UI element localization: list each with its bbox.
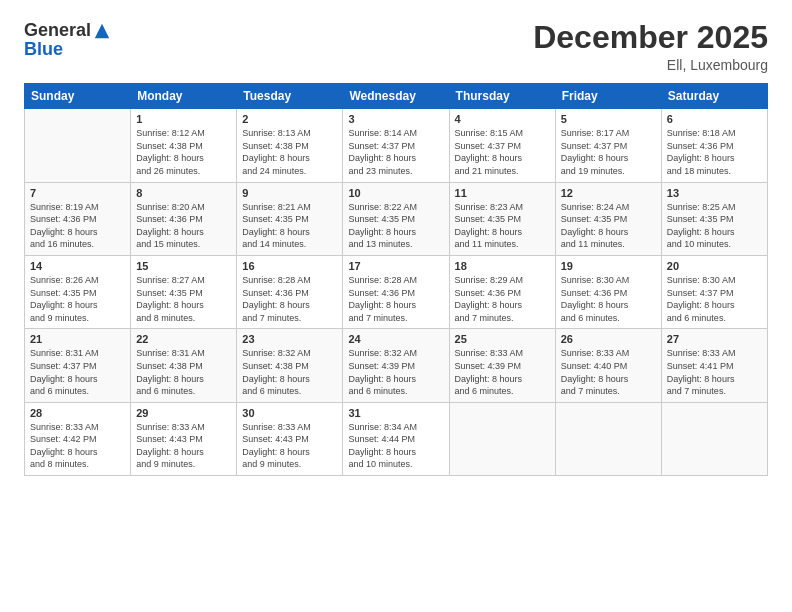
weekday-header: Monday	[131, 84, 237, 109]
calendar-cell: 25Sunrise: 8:33 AM Sunset: 4:39 PM Dayli…	[449, 329, 555, 402]
day-number: 24	[348, 333, 443, 345]
day-info: Sunrise: 8:33 AM Sunset: 4:43 PM Dayligh…	[136, 421, 231, 471]
day-number: 19	[561, 260, 656, 272]
calendar-cell: 30Sunrise: 8:33 AM Sunset: 4:43 PM Dayli…	[237, 402, 343, 475]
day-info: Sunrise: 8:33 AM Sunset: 4:40 PM Dayligh…	[561, 347, 656, 397]
day-info: Sunrise: 8:31 AM Sunset: 4:38 PM Dayligh…	[136, 347, 231, 397]
day-number: 6	[667, 113, 762, 125]
day-info: Sunrise: 8:29 AM Sunset: 4:36 PM Dayligh…	[455, 274, 550, 324]
day-info: Sunrise: 8:14 AM Sunset: 4:37 PM Dayligh…	[348, 127, 443, 177]
calendar-cell: 4Sunrise: 8:15 AM Sunset: 4:37 PM Daylig…	[449, 109, 555, 182]
location: Ell, Luxembourg	[533, 57, 768, 73]
calendar-cell	[661, 402, 767, 475]
logo: General Blue	[24, 20, 111, 60]
day-number: 21	[30, 333, 125, 345]
day-number: 23	[242, 333, 337, 345]
day-number: 10	[348, 187, 443, 199]
month-title: December 2025	[533, 20, 768, 55]
calendar-week-row: 21Sunrise: 8:31 AM Sunset: 4:37 PM Dayli…	[25, 329, 768, 402]
day-number: 17	[348, 260, 443, 272]
day-info: Sunrise: 8:15 AM Sunset: 4:37 PM Dayligh…	[455, 127, 550, 177]
day-info: Sunrise: 8:23 AM Sunset: 4:35 PM Dayligh…	[455, 201, 550, 251]
calendar-cell: 10Sunrise: 8:22 AM Sunset: 4:35 PM Dayli…	[343, 182, 449, 255]
day-number: 13	[667, 187, 762, 199]
weekday-header: Friday	[555, 84, 661, 109]
calendar-cell: 2Sunrise: 8:13 AM Sunset: 4:38 PM Daylig…	[237, 109, 343, 182]
day-info: Sunrise: 8:33 AM Sunset: 4:43 PM Dayligh…	[242, 421, 337, 471]
calendar-cell: 31Sunrise: 8:34 AM Sunset: 4:44 PM Dayli…	[343, 402, 449, 475]
calendar-cell: 7Sunrise: 8:19 AM Sunset: 4:36 PM Daylig…	[25, 182, 131, 255]
day-info: Sunrise: 8:33 AM Sunset: 4:39 PM Dayligh…	[455, 347, 550, 397]
day-info: Sunrise: 8:32 AM Sunset: 4:39 PM Dayligh…	[348, 347, 443, 397]
day-number: 20	[667, 260, 762, 272]
day-info: Sunrise: 8:28 AM Sunset: 4:36 PM Dayligh…	[242, 274, 337, 324]
calendar: SundayMondayTuesdayWednesdayThursdayFrid…	[24, 83, 768, 476]
calendar-cell: 17Sunrise: 8:28 AM Sunset: 4:36 PM Dayli…	[343, 255, 449, 328]
day-info: Sunrise: 8:19 AM Sunset: 4:36 PM Dayligh…	[30, 201, 125, 251]
calendar-cell: 13Sunrise: 8:25 AM Sunset: 4:35 PM Dayli…	[661, 182, 767, 255]
day-number: 5	[561, 113, 656, 125]
calendar-cell: 21Sunrise: 8:31 AM Sunset: 4:37 PM Dayli…	[25, 329, 131, 402]
calendar-cell: 5Sunrise: 8:17 AM Sunset: 4:37 PM Daylig…	[555, 109, 661, 182]
day-info: Sunrise: 8:25 AM Sunset: 4:35 PM Dayligh…	[667, 201, 762, 251]
day-info: Sunrise: 8:21 AM Sunset: 4:35 PM Dayligh…	[242, 201, 337, 251]
calendar-cell: 12Sunrise: 8:24 AM Sunset: 4:35 PM Dayli…	[555, 182, 661, 255]
day-number: 25	[455, 333, 550, 345]
day-number: 15	[136, 260, 231, 272]
day-number: 26	[561, 333, 656, 345]
calendar-cell: 23Sunrise: 8:32 AM Sunset: 4:38 PM Dayli…	[237, 329, 343, 402]
calendar-cell: 14Sunrise: 8:26 AM Sunset: 4:35 PM Dayli…	[25, 255, 131, 328]
day-info: Sunrise: 8:22 AM Sunset: 4:35 PM Dayligh…	[348, 201, 443, 251]
calendar-cell: 8Sunrise: 8:20 AM Sunset: 4:36 PM Daylig…	[131, 182, 237, 255]
calendar-week-row: 1Sunrise: 8:12 AM Sunset: 4:38 PM Daylig…	[25, 109, 768, 182]
day-number: 22	[136, 333, 231, 345]
calendar-cell: 20Sunrise: 8:30 AM Sunset: 4:37 PM Dayli…	[661, 255, 767, 328]
calendar-week-row: 28Sunrise: 8:33 AM Sunset: 4:42 PM Dayli…	[25, 402, 768, 475]
calendar-cell: 11Sunrise: 8:23 AM Sunset: 4:35 PM Dayli…	[449, 182, 555, 255]
logo-blue: Blue	[24, 39, 63, 60]
calendar-cell: 22Sunrise: 8:31 AM Sunset: 4:38 PM Dayli…	[131, 329, 237, 402]
day-info: Sunrise: 8:24 AM Sunset: 4:35 PM Dayligh…	[561, 201, 656, 251]
page: General Blue December 2025 Ell, Luxembou…	[0, 0, 792, 612]
calendar-cell: 15Sunrise: 8:27 AM Sunset: 4:35 PM Dayli…	[131, 255, 237, 328]
day-number: 18	[455, 260, 550, 272]
day-info: Sunrise: 8:32 AM Sunset: 4:38 PM Dayligh…	[242, 347, 337, 397]
day-number: 4	[455, 113, 550, 125]
calendar-cell: 6Sunrise: 8:18 AM Sunset: 4:36 PM Daylig…	[661, 109, 767, 182]
calendar-cell: 24Sunrise: 8:32 AM Sunset: 4:39 PM Dayli…	[343, 329, 449, 402]
day-number: 28	[30, 407, 125, 419]
day-info: Sunrise: 8:31 AM Sunset: 4:37 PM Dayligh…	[30, 347, 125, 397]
logo-general: General	[24, 20, 91, 41]
day-info: Sunrise: 8:33 AM Sunset: 4:42 PM Dayligh…	[30, 421, 125, 471]
day-number: 29	[136, 407, 231, 419]
day-info: Sunrise: 8:28 AM Sunset: 4:36 PM Dayligh…	[348, 274, 443, 324]
day-number: 8	[136, 187, 231, 199]
day-number: 12	[561, 187, 656, 199]
calendar-cell	[555, 402, 661, 475]
day-number: 2	[242, 113, 337, 125]
day-number: 9	[242, 187, 337, 199]
calendar-week-row: 7Sunrise: 8:19 AM Sunset: 4:36 PM Daylig…	[25, 182, 768, 255]
logo-text: General	[24, 20, 111, 41]
day-number: 3	[348, 113, 443, 125]
day-info: Sunrise: 8:34 AM Sunset: 4:44 PM Dayligh…	[348, 421, 443, 471]
calendar-cell: 1Sunrise: 8:12 AM Sunset: 4:38 PM Daylig…	[131, 109, 237, 182]
day-info: Sunrise: 8:27 AM Sunset: 4:35 PM Dayligh…	[136, 274, 231, 324]
calendar-header-row: SundayMondayTuesdayWednesdayThursdayFrid…	[25, 84, 768, 109]
day-info: Sunrise: 8:30 AM Sunset: 4:36 PM Dayligh…	[561, 274, 656, 324]
day-number: 31	[348, 407, 443, 419]
day-number: 27	[667, 333, 762, 345]
day-info: Sunrise: 8:26 AM Sunset: 4:35 PM Dayligh…	[30, 274, 125, 324]
day-info: Sunrise: 8:17 AM Sunset: 4:37 PM Dayligh…	[561, 127, 656, 177]
logo-icon	[93, 22, 111, 40]
calendar-week-row: 14Sunrise: 8:26 AM Sunset: 4:35 PM Dayli…	[25, 255, 768, 328]
calendar-cell: 18Sunrise: 8:29 AM Sunset: 4:36 PM Dayli…	[449, 255, 555, 328]
day-info: Sunrise: 8:20 AM Sunset: 4:36 PM Dayligh…	[136, 201, 231, 251]
calendar-cell: 26Sunrise: 8:33 AM Sunset: 4:40 PM Dayli…	[555, 329, 661, 402]
weekday-header: Wednesday	[343, 84, 449, 109]
weekday-header: Saturday	[661, 84, 767, 109]
day-number: 1	[136, 113, 231, 125]
weekday-header: Tuesday	[237, 84, 343, 109]
calendar-cell: 29Sunrise: 8:33 AM Sunset: 4:43 PM Dayli…	[131, 402, 237, 475]
calendar-cell: 3Sunrise: 8:14 AM Sunset: 4:37 PM Daylig…	[343, 109, 449, 182]
